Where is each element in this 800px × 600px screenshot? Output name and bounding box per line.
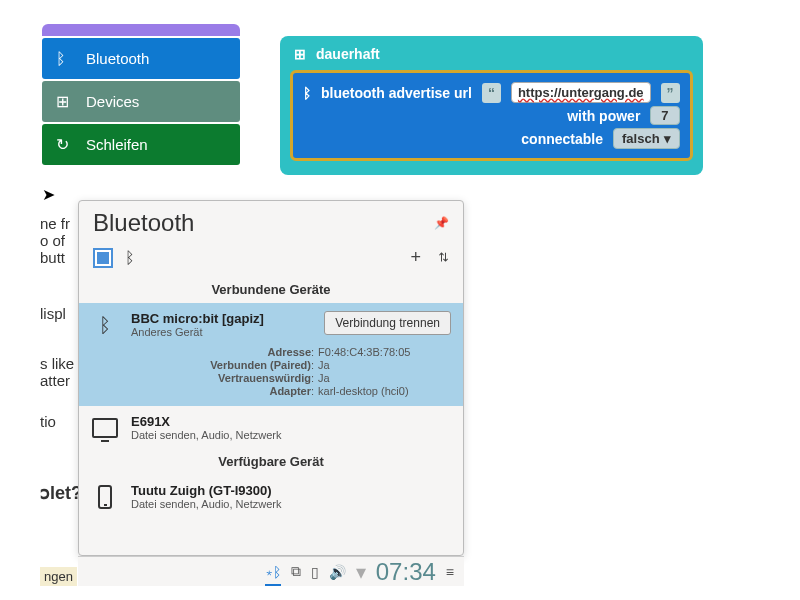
device-e691x[interactable]: E691X Datei senden, Audio, Netzwerk bbox=[79, 406, 463, 450]
tray-volume-icon[interactable]: 🔊 bbox=[329, 564, 346, 580]
pin-icon[interactable]: 📌 bbox=[434, 216, 449, 230]
tray-display-icon[interactable]: ⧉ bbox=[291, 563, 301, 580]
available-header: Verfügbare Gerät bbox=[79, 450, 463, 475]
bluetooth-toggle[interactable] bbox=[93, 248, 113, 268]
bluetooth-icon: ᛒ bbox=[125, 249, 135, 267]
url-input[interactable]: https://untergang.de bbox=[511, 82, 651, 103]
clock[interactable]: 07:34 bbox=[376, 558, 436, 586]
tray-bluetooth-icon[interactable]: ∗ᛒ bbox=[265, 564, 281, 580]
category-bluetooth[interactable]: ᛒ Bluetooth bbox=[42, 38, 240, 79]
quote-close-icon: ” bbox=[661, 83, 680, 103]
panel-title: Bluetooth bbox=[93, 209, 194, 237]
device-subtitle: Anderes Gerät bbox=[131, 326, 264, 338]
separator: ▾ bbox=[356, 560, 366, 584]
chevron-down-icon: ▾ bbox=[664, 131, 671, 146]
monitor-icon bbox=[91, 414, 119, 442]
blocks-workspace[interactable]: ⊞ dauerhaft ᛒ bluetooth advertise url “ … bbox=[280, 36, 703, 175]
bluetooth-icon: ᛒ bbox=[303, 85, 311, 101]
forever-block[interactable]: ⊞ dauerhaft ᛒ bluetooth advertise url “ … bbox=[280, 36, 703, 175]
grid-icon: ⊞ bbox=[294, 46, 306, 62]
bluetooth-panel: Bluetooth 📌 ᛒ + Verbundene Geräte ᛒ BBC … bbox=[78, 200, 464, 556]
disconnect-button[interactable]: Verbindung trennen bbox=[324, 311, 451, 335]
advertise-label: bluetooth advertise url bbox=[321, 85, 472, 101]
category-devices[interactable]: ⊞ Devices bbox=[42, 81, 240, 122]
bg-text: ne fr bbox=[40, 215, 70, 232]
bg-text: ngen bbox=[40, 567, 77, 586]
category-label: Bluetooth bbox=[86, 50, 149, 67]
bluetooth-icon: ᛒ bbox=[91, 311, 119, 339]
mouse-cursor-icon: ➤ bbox=[42, 185, 55, 204]
device-microbit[interactable]: ᛒ BBC micro:bit [gapiz] Anderes Gerät Ve… bbox=[79, 303, 463, 406]
connected-header: Verbundene Geräte bbox=[79, 278, 463, 303]
bg-text: s like bbox=[40, 355, 74, 372]
category-label: Devices bbox=[86, 93, 139, 110]
phone-icon bbox=[91, 483, 119, 511]
bg-text: lispl bbox=[40, 305, 66, 322]
power-label: with power bbox=[567, 108, 640, 124]
bluetooth-icon: ᛒ bbox=[56, 50, 74, 68]
connectable-dropdown[interactable]: falsch ▾ bbox=[613, 128, 680, 149]
advertise-url-block[interactable]: ᛒ bluetooth advertise url “ https://unte… bbox=[290, 70, 693, 161]
forever-label: dauerhaft bbox=[316, 46, 380, 62]
category-label: Schleifen bbox=[86, 136, 148, 153]
device-name: BBC micro:bit [gapiz] bbox=[131, 311, 264, 326]
devices-icon: ⊞ bbox=[56, 92, 74, 111]
quote-open-icon: “ bbox=[482, 83, 501, 103]
settings-sliders-icon[interactable] bbox=[439, 247, 449, 268]
device-subtitle: Datei senden, Audio, Netzwerk bbox=[131, 429, 451, 441]
bg-text: o of bbox=[40, 232, 65, 249]
bg-text: butt bbox=[40, 249, 65, 266]
bg-text: atter bbox=[40, 372, 70, 389]
device-name: Tuutu Zuigh (GT-I9300) bbox=[131, 483, 451, 498]
bg-text: tio bbox=[40, 413, 56, 430]
connectable-label: connectable bbox=[521, 131, 603, 147]
category-loops[interactable]: ↻ Schleifen bbox=[42, 124, 240, 165]
power-input[interactable]: 7 bbox=[650, 106, 679, 125]
taskbar: ∗ᛒ ⧉ ▯ 🔊 ▾ 07:34 ≡ bbox=[78, 556, 464, 586]
device-details: Adresse:F0:48:C4:3B:78:05 Verbunden (Pai… bbox=[131, 346, 451, 397]
category-purple-edge bbox=[42, 24, 240, 36]
tray-battery-icon[interactable]: ▯ bbox=[311, 564, 319, 580]
add-device-button[interactable]: + bbox=[410, 247, 421, 268]
device-subtitle: Datei senden, Audio, Netzwerk bbox=[131, 498, 451, 510]
bg-text: ɔlet? bbox=[40, 482, 82, 504]
device-name: E691X bbox=[131, 414, 451, 429]
loop-icon: ↻ bbox=[56, 135, 74, 154]
tray-menu-icon[interactable]: ≡ bbox=[446, 564, 454, 580]
device-tuutu[interactable]: Tuutu Zuigh (GT-I9300) Datei senden, Aud… bbox=[79, 475, 463, 519]
